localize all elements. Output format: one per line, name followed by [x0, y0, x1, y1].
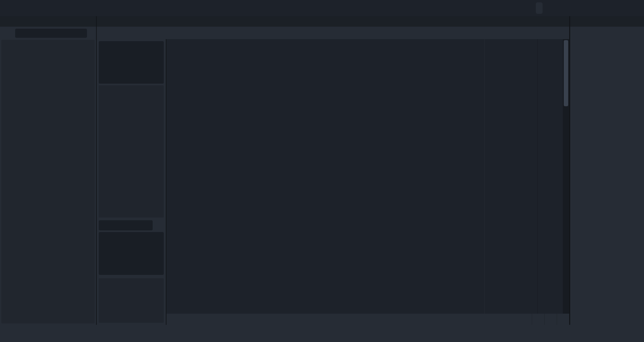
code-status-bar	[166, 314, 569, 325]
bottom-panel-bar	[0, 325, 644, 342]
instantiate-scene-button[interactable]	[9, 29, 13, 38]
scene-tree	[1, 40, 95, 323]
scripts-panel	[97, 39, 166, 325]
current-script-bar	[99, 220, 164, 230]
zoom-level[interactable]	[532, 314, 544, 325]
scrollbar-thumb[interactable]	[564, 40, 568, 106]
filter-methods-input[interactable]	[101, 250, 159, 256]
script-tab-bar	[97, 16, 569, 27]
add-node-button[interactable]	[3, 29, 7, 38]
method-sort-button[interactable]	[154, 220, 164, 230]
scene-toolbar	[0, 27, 96, 40]
current-script-name	[99, 220, 153, 230]
scene-filter-input[interactable]	[18, 30, 82, 36]
cursor-position[interactable]	[544, 314, 557, 325]
code-column-guideline	[484, 39, 485, 314]
method-list	[99, 278, 164, 323]
playback-controls	[536, 2, 543, 14]
scene-filter-box	[15, 29, 87, 38]
left-dock	[0, 16, 96, 325]
code-minimap[interactable]	[538, 39, 562, 314]
scene-tree-menu-button[interactable]	[89, 29, 93, 38]
right-dock-tabs	[570, 16, 644, 27]
filter-scripts-input[interactable]	[101, 59, 159, 65]
left-dock-tabs	[0, 16, 96, 27]
filter-scripts-box	[99, 41, 164, 84]
code-editor[interactable]	[166, 39, 569, 314]
code-scrollbar[interactable]	[563, 39, 569, 314]
script-list	[99, 85, 164, 218]
main-menubar	[0, 0, 644, 16]
script-editor-menubar	[97, 27, 569, 39]
filter-methods-box	[99, 232, 164, 275]
godot-editor-window	[0, 0, 644, 342]
right-dock	[570, 16, 644, 325]
renderer-selector[interactable]	[614, 0, 616, 16]
indent-mode[interactable]	[557, 314, 569, 325]
